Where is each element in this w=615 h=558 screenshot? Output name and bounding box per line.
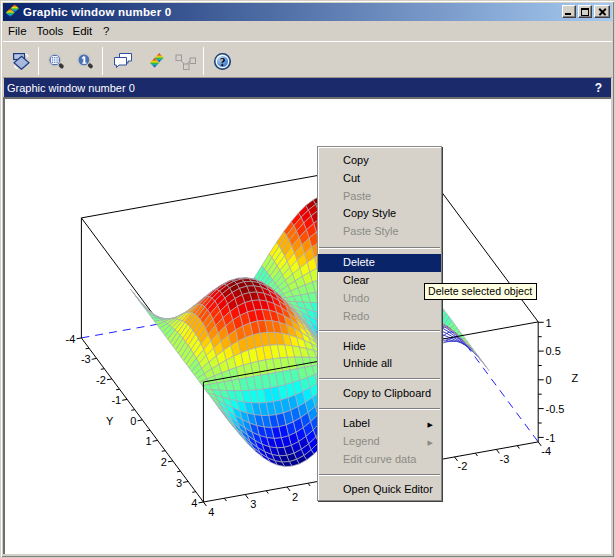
svg-text:Z: Z: [572, 372, 579, 384]
svg-text:0.5: 0.5: [546, 345, 561, 357]
svg-text:?: ?: [219, 56, 225, 68]
svg-text:-2: -2: [458, 460, 468, 472]
svg-text:-3: -3: [500, 453, 510, 465]
svg-text:Y: Y: [106, 415, 114, 427]
svg-text:-1: -1: [546, 432, 556, 444]
svg-text:3: 3: [250, 498, 256, 510]
svg-text:4: 4: [208, 506, 214, 518]
svg-text:2: 2: [161, 456, 167, 468]
svg-text:1: 1: [546, 317, 552, 329]
svg-text:-2: -2: [96, 374, 106, 386]
svg-text:0: 0: [130, 415, 136, 427]
svg-text:-1: -1: [111, 394, 121, 406]
svg-text:-4: -4: [541, 445, 551, 457]
svg-text:-0.5: -0.5: [546, 403, 565, 415]
svg-text:0: 0: [546, 374, 552, 386]
svg-text:1: 1: [146, 435, 152, 447]
svg-text:-3: -3: [81, 353, 91, 365]
svg-text:4: 4: [191, 497, 197, 509]
svg-text:3: 3: [176, 477, 182, 489]
svg-text:-4: -4: [66, 333, 76, 345]
svg-text:2: 2: [292, 491, 298, 503]
